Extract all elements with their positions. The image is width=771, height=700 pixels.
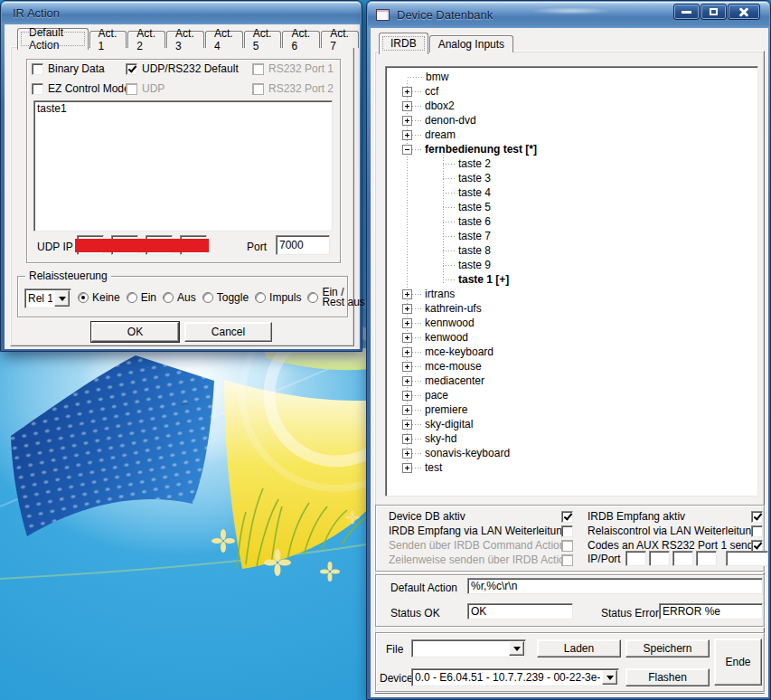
tree-item-taste-4[interactable]: taste 4 [443, 185, 755, 200]
maximize-button[interactable] [700, 4, 727, 20]
tree-expand-icon[interactable] [402, 347, 412, 357]
ende-button[interactable]: Ende [714, 639, 762, 686]
close-button[interactable] [728, 4, 760, 20]
radio-toggle[interactable]: Toggle [202, 291, 249, 304]
tab-act-1[interactable]: Act. 1 [89, 31, 127, 48]
setting-irdb-empfang-via-lan-weiterleitung[interactable]: IRDB Empfang via LAN Weiterleitung [389, 524, 573, 538]
checkbox-ez-control-mode[interactable]: EZ Control Mode [32, 82, 130, 95]
relay-select-dropdown-button[interactable] [54, 290, 70, 307]
flashen-button[interactable]: Flashen [625, 668, 710, 686]
checkbox-box[interactable] [751, 540, 763, 552]
speichern-button[interactable]: Speichern [625, 639, 710, 657]
titlebar-ir-action[interactable]: IR Action [2, 2, 361, 24]
tree-item-taste-1[interactable]: taste 1 [+] [443, 272, 755, 287]
tree-item-taste-6[interactable]: taste 6 [443, 214, 755, 229]
checkbox-box[interactable] [561, 511, 573, 523]
radio-ein-rest-aus[interactable]: Ein / Rest aus [307, 288, 367, 307]
tree-expand-icon[interactable] [402, 289, 412, 299]
tree-expand-icon[interactable] [402, 391, 412, 401]
ip-port-field-1[interactable] [625, 551, 646, 566]
ip-port-field-4[interactable] [696, 551, 717, 566]
tree-collapse-icon[interactable] [402, 145, 412, 155]
tree-item-premiere[interactable]: premiere [402, 402, 755, 417]
tree-expand-icon[interactable] [402, 130, 412, 140]
tree-item-dream[interactable]: dream [402, 128, 755, 142]
tree-item-fernbedienung-test[interactable]: fernbedienung test [*] [402, 142, 755, 156]
laden-button[interactable]: Laden [537, 639, 621, 657]
tab-act-7[interactable]: Act. 7 [321, 31, 359, 48]
device-select-dropdown-button[interactable] [602, 670, 617, 685]
tree-expand-icon[interactable] [402, 318, 412, 328]
cancel-button[interactable]: Cancel [184, 322, 272, 342]
tree-item-denon-dvd[interactable]: denon-dvd [402, 113, 755, 128]
tree-item-sky-digital[interactable]: sky-digital [402, 417, 755, 431]
tree-item-kenwood[interactable]: kenwood [402, 330, 755, 345]
tab-act-5[interactable]: Act. 5 [244, 31, 282, 48]
status-error-input[interactable]: ERROR %e [659, 603, 763, 620]
radio-ein[interactable]: Ein [127, 291, 156, 304]
radio-keine[interactable]: Keine [78, 291, 120, 304]
tree-item-pace[interactable]: pace [402, 388, 755, 402]
tree-item-mce-mouse[interactable]: mce-mouse [402, 359, 755, 374]
minimize-button[interactable] [673, 4, 700, 20]
port-input[interactable]: 7000 [276, 235, 330, 255]
ip-port-field-3[interactable] [672, 551, 693, 566]
tree-expand-icon[interactable] [402, 304, 412, 314]
action-textarea[interactable]: taste1 [33, 100, 333, 232]
tree-item-dbox2[interactable]: dbox2 [402, 99, 755, 113]
tree-expand-icon[interactable] [402, 333, 412, 343]
tree-expand-icon[interactable] [402, 405, 412, 415]
tree-item-taste-3[interactable]: taste 3 [443, 171, 755, 185]
ip-port-field-2[interactable] [649, 551, 670, 566]
file-select[interactable] [411, 639, 526, 657]
tree-item-kathrein-ufs[interactable]: kathrein-ufs [402, 301, 755, 316]
setting-device-db-aktiv[interactable]: Device DB aktiv [389, 509, 573, 524]
tree-item-taste-7[interactable]: taste 7 [443, 229, 755, 243]
tree-item-sky-hd[interactable]: sky-hd [402, 431, 755, 446]
tab-act-6[interactable]: Act. 6 [282, 31, 320, 48]
tree-item-taste-5[interactable]: taste 5 [443, 200, 755, 214]
titlebar-device-datenbank[interactable]: Device Datenbank [368, 2, 769, 28]
tab-irdb[interactable]: IRDB [379, 33, 428, 54]
tab-act-2[interactable]: Act. 2 [127, 31, 165, 48]
relay-select[interactable]: Rel 1 [24, 289, 71, 308]
setting-relaiscontrol-via-lan-weiterleitung[interactable]: Relaiscontrol via LAN Weiterleitung [588, 524, 763, 538]
tree-item-taste-2[interactable]: taste 2 [443, 156, 755, 171]
tab-analog-inputs[interactable]: Analog Inputs [429, 35, 513, 52]
tree-item-kennwood[interactable]: kennwood [402, 316, 755, 330]
tab-act-4[interactable]: Act. 4 [205, 31, 243, 48]
tree-expand-icon[interactable] [402, 362, 412, 372]
tree-item-sonavis-keyboard[interactable]: sonavis-keyboard [402, 446, 755, 460]
checkbox-box[interactable] [561, 525, 573, 537]
device-select[interactable]: 0.0 - E6.04.51 - 10.7.7.239 - 00-22-3e-0… [411, 668, 619, 686]
tree-item-taste-9[interactable]: taste 9 [443, 258, 755, 272]
ip-port-field-port[interactable] [726, 551, 768, 566]
tree-expand-icon[interactable] [402, 101, 412, 111]
file-select-dropdown-button[interactable] [509, 641, 524, 656]
tree-item-ccf[interactable]: ccf [402, 84, 755, 99]
tree-item-irtrans[interactable]: irtrans [402, 287, 755, 301]
tab-default-action[interactable]: Default Action [17, 28, 89, 50]
radio-aus[interactable]: Aus [163, 291, 196, 304]
tree-item-bmw[interactable]: bmw [402, 70, 755, 84]
default-action-input[interactable]: %r,%c\r\n [467, 578, 763, 594]
tree-expand-icon[interactable] [402, 87, 412, 97]
tree-item-test[interactable]: test [402, 460, 755, 475]
tree-item-mce-keyboard[interactable]: mce-keyboard [402, 345, 755, 359]
tree-expand-icon[interactable] [402, 420, 412, 430]
checkbox-binary-data[interactable]: Binary Data [32, 62, 105, 75]
tree-expand-icon[interactable] [402, 463, 412, 473]
tree-expand-icon[interactable] [402, 434, 412, 444]
checkbox-box[interactable] [751, 511, 763, 523]
status-ok-input[interactable]: OK [467, 603, 573, 620]
tree-expand-icon[interactable] [402, 116, 412, 126]
ok-button[interactable]: OK [91, 322, 179, 342]
tree-item-taste-8[interactable]: taste 8 [443, 243, 755, 258]
checkbox-udp-rs232-default[interactable]: UDP/RS232 Default [126, 62, 239, 75]
tab-act-3[interactable]: Act. 3 [166, 31, 204, 48]
tree-expand-icon[interactable] [402, 449, 412, 459]
tree-item-mediacenter[interactable]: mediacenter [402, 374, 755, 388]
radio-impuls[interactable]: Impuls [255, 291, 301, 304]
setting-irdb-empfang-aktiv[interactable]: IRDB Empfang aktiv [588, 509, 763, 524]
checkbox-box[interactable] [751, 525, 763, 537]
